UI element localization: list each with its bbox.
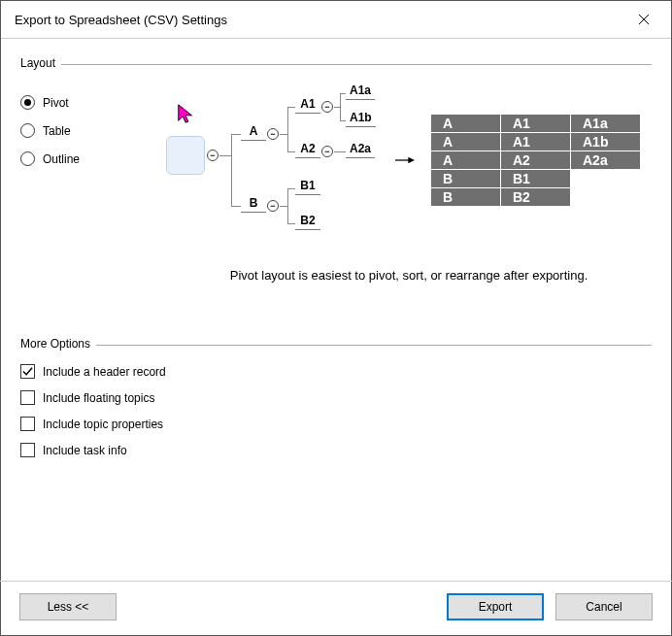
table-row: BB1 [431,170,641,188]
checkbox-icon [20,364,35,379]
titlebar: Export to Spreadsheet (CSV) Settings [1,1,671,39]
tree-node: A1b [346,111,376,127]
tree-node: A1a [346,84,375,100]
dialog-title: Export to Spreadsheet (CSV) Settings [15,13,227,27]
layout-description: Pivot layout is easiest to pivot, sort, … [166,268,652,283]
tree-node: A1 [295,97,320,114]
tree-node: A2a [346,142,375,158]
checkbox-label: Include task info [43,444,127,457]
more-options-section: More Options Include a header record Inc… [20,345,652,457]
preview-table: AA1A1aAA1A1bAA2A2aBB1BB2 [430,114,641,207]
export-button[interactable]: Export [447,593,544,620]
tree-node: A2 [295,142,320,158]
table-cell: B [431,170,501,188]
check-include-task[interactable]: Include task info [20,443,652,457]
checkbox-icon [20,390,35,405]
collapse-icon [321,146,333,157]
checkbox-icon [20,443,35,457]
tree-node: B [241,196,266,213]
layout-section-label: Layout [20,56,61,70]
tree-node: B1 [295,179,320,195]
layout-preview: A A1 A1a A1b A2 [166,84,652,331]
table-row: BB2 [431,188,641,207]
close-icon [638,14,650,25]
radio-pivot[interactable]: Pivot [20,95,166,110]
checkbox-label: Include topic properties [43,418,163,431]
tree-node: B2 [295,214,320,230]
checkbox-icon [20,417,35,431]
radio-label: Table [43,124,71,138]
radio-table[interactable]: Table [20,123,166,138]
less-button[interactable]: Less << [19,593,117,620]
table-cell: A2a [571,151,641,170]
check-include-header[interactable]: Include a header record [20,364,652,379]
root-node [166,136,205,175]
tree-diagram: A A1 A1a A1b A2 [166,87,380,233]
table-cell: A2 [501,151,571,170]
table-cell: A [431,133,501,151]
table-cell: A1a [571,115,641,133]
check-include-properties[interactable]: Include topic properties [20,417,652,431]
button-bar: Less << Export Cancel [0,581,672,636]
collapse-icon [321,101,333,113]
checkbox-label: Include a header record [43,365,166,379]
radio-icon [20,151,35,166]
table-cell: B1 [501,170,571,188]
more-options-label: More Options [20,337,96,351]
collapse-icon [267,200,279,212]
table-cell: A1 [501,133,571,151]
radio-icon [20,123,35,138]
table-row: AA2A2a [431,151,641,170]
layout-section: Layout Pivot Table Outline [20,64,652,331]
svg-marker-3 [408,157,415,164]
table-cell: A1b [571,133,641,151]
radio-label: Outline [43,152,80,166]
collapse-icon [207,150,218,161]
close-button[interactable] [628,9,659,30]
radio-icon [20,95,35,110]
tree-node: A [241,124,266,141]
table-cell [571,170,641,188]
cancel-button[interactable]: Cancel [555,593,653,620]
table-cell: B2 [501,188,571,207]
table-cell: B [431,188,501,207]
check-include-floating[interactable]: Include floating topics [20,390,652,405]
collapse-icon [267,128,279,140]
checkbox-label: Include floating topics [43,391,154,405]
table-row: AA1A1a [431,115,641,133]
table-cell: A [431,151,501,170]
table-row: AA1A1b [431,133,641,151]
radio-label: Pivot [43,96,69,110]
table-cell: A1 [501,115,571,133]
table-cell [571,188,641,207]
table-cell: A [431,115,501,133]
radio-outline[interactable]: Outline [20,151,166,166]
arrow-icon [393,151,417,170]
